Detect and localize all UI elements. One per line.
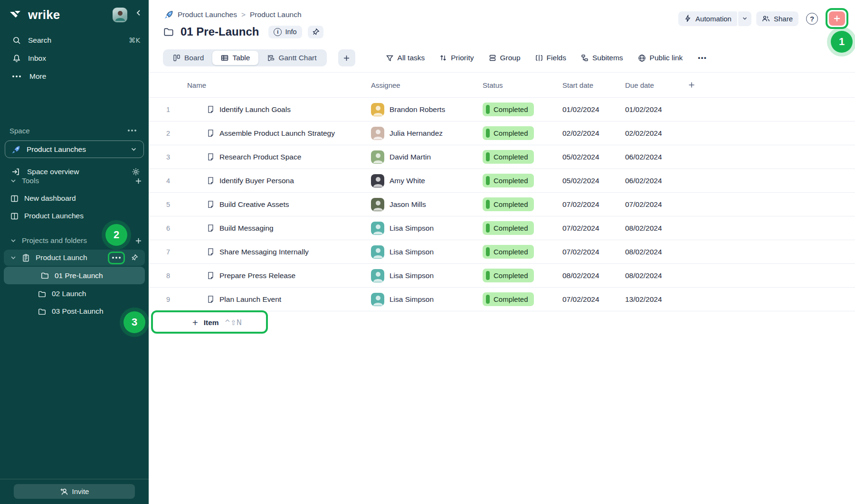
- status-badge[interactable]: Completed: [483, 126, 534, 140]
- due-date[interactable]: 06/02/2024: [625, 177, 688, 185]
- task-name[interactable]: Prepare Press Release: [219, 271, 295, 280]
- tab-gantt-chart[interactable]: Gantt Chart: [258, 51, 325, 65]
- table-row[interactable]: 6 Build Messaging Lisa Simpson Completed…: [149, 216, 855, 240]
- info-button[interactable]: i Info: [268, 26, 302, 38]
- due-date[interactable]: 08/02/2024: [625, 248, 688, 256]
- breadcrumb-space[interactable]: Product Launches: [178, 10, 237, 19]
- status-badge[interactable]: Completed: [483, 269, 534, 282]
- sidebar-item-folder-02[interactable]: 02 Launch: [0, 285, 149, 302]
- sidebar-item-product-launch-project[interactable]: Product Launch: [4, 250, 145, 266]
- due-date[interactable]: 08/02/2024: [625, 224, 688, 233]
- sort-priority-button[interactable]: Priority: [439, 54, 474, 62]
- automation-dropdown-button[interactable]: [738, 11, 751, 26]
- tab-table[interactable]: Table: [212, 51, 258, 65]
- plus-icon[interactable]: [135, 177, 142, 185]
- help-button[interactable]: ?: [806, 13, 818, 25]
- pin-icon[interactable]: [131, 254, 138, 261]
- wrike-logo[interactable]: wrike: [10, 8, 60, 22]
- due-date[interactable]: 08/02/2024: [625, 271, 688, 280]
- task-name[interactable]: Build Creative Assets: [219, 200, 289, 209]
- assignee-name[interactable]: Lisa Simpson: [390, 224, 434, 233]
- sidebar-item-inbox[interactable]: Inbox: [0, 49, 149, 67]
- group-button[interactable]: Group: [489, 54, 521, 62]
- column-header-status[interactable]: Status: [483, 81, 562, 89]
- assignee-name[interactable]: Amy White: [390, 177, 425, 185]
- tab-board[interactable]: Board: [164, 51, 212, 65]
- status-badge[interactable]: Completed: [483, 174, 534, 187]
- assignee-name[interactable]: Julia Hernandez: [390, 129, 443, 138]
- task-name[interactable]: Identify Launch Goals: [219, 105, 291, 114]
- due-date[interactable]: 07/02/2024: [625, 200, 688, 209]
- add-item-row[interactable]: + Item ^⇧N: [149, 311, 855, 334]
- toolbar-more-button[interactable]: ⋯: [697, 53, 706, 64]
- sidebar-item-product-launches-tool[interactable]: Product Launches: [0, 207, 149, 224]
- assignee-name[interactable]: Lisa Simpson: [390, 295, 434, 304]
- table-row[interactable]: 1 Identify Launch Goals Brandon Roberts …: [149, 98, 855, 121]
- automation-button[interactable]: Automation: [678, 11, 737, 26]
- task-name[interactable]: Plan Launch Event: [219, 295, 281, 304]
- public-link-button[interactable]: Public link: [638, 54, 683, 62]
- project-more-options-button[interactable]: [108, 252, 125, 264]
- share-button[interactable]: Share: [756, 11, 798, 26]
- status-badge[interactable]: Completed: [483, 197, 534, 211]
- task-name[interactable]: Research Product Space: [219, 153, 301, 161]
- sidebar-item-new-dashboard[interactable]: New dashboard: [0, 190, 149, 207]
- status-badge[interactable]: Completed: [483, 150, 534, 164]
- add-task-button[interactable]: [829, 11, 845, 26]
- start-date[interactable]: 08/02/2024: [562, 271, 625, 280]
- task-name[interactable]: Assemble Product Launch Strategy: [219, 129, 335, 138]
- table-row[interactable]: 7 Share Messaging Internally Lisa Simpso…: [149, 240, 855, 264]
- assignee-name[interactable]: Lisa Simpson: [390, 271, 434, 280]
- due-date[interactable]: 01/02/2024: [625, 105, 688, 114]
- pin-button[interactable]: [308, 26, 323, 38]
- assignee-name[interactable]: David Martin: [390, 153, 431, 161]
- due-date[interactable]: 02/02/2024: [625, 129, 688, 138]
- task-name[interactable]: Build Messaging: [219, 224, 274, 233]
- assignee-name[interactable]: Jason Mills: [390, 200, 426, 209]
- column-header-start-date[interactable]: Start date: [562, 81, 625, 89]
- table-row[interactable]: 8 Prepare Press Release Lisa Simpson Com…: [149, 264, 855, 288]
- due-date[interactable]: 13/02/2024: [625, 295, 688, 304]
- add-view-button[interactable]: [338, 49, 355, 66]
- sidebar-item-folder-01[interactable]: 01 Pre-Launch: [4, 267, 145, 284]
- column-header-name[interactable]: Name: [180, 81, 371, 89]
- space-selector[interactable]: Product Launches: [5, 140, 144, 158]
- filter-all-tasks-button[interactable]: All tasks: [386, 54, 425, 62]
- column-header-due-date[interactable]: Due date: [625, 81, 688, 89]
- assignee-name[interactable]: Brandon Roberts: [390, 105, 445, 114]
- breadcrumb-project[interactable]: Product Launch: [250, 10, 302, 19]
- status-badge[interactable]: Completed: [483, 292, 534, 306]
- column-header-assignee[interactable]: Assignee: [371, 81, 483, 89]
- due-date[interactable]: 06/02/2024: [625, 153, 688, 161]
- plus-icon[interactable]: [135, 237, 142, 244]
- status-badge[interactable]: Completed: [483, 221, 534, 235]
- task-name[interactable]: Share Messaging Internally: [219, 248, 309, 256]
- add-column-button[interactable]: [688, 81, 698, 89]
- table-row[interactable]: 5 Build Creative Assets Jason Mills Comp…: [149, 193, 855, 216]
- subitems-button[interactable]: Subitems: [581, 54, 623, 62]
- user-avatar[interactable]: [113, 8, 127, 22]
- start-date[interactable]: 07/02/2024: [562, 295, 625, 304]
- start-date[interactable]: 05/02/2024: [562, 153, 625, 161]
- table-row[interactable]: 3 Research Product Space David Martin Co…: [149, 145, 855, 169]
- tools-header[interactable]: Tools: [0, 172, 149, 189]
- start-date[interactable]: 07/02/2024: [562, 200, 625, 209]
- table-row[interactable]: 9 Plan Launch Event Lisa Simpson Complet…: [149, 288, 855, 311]
- table-row[interactable]: 4 Identify Buyer Persona Amy White Compl…: [149, 169, 855, 193]
- task-name[interactable]: Identify Buyer Persona: [219, 177, 294, 185]
- start-date[interactable]: 05/02/2024: [562, 177, 625, 185]
- space-menu-icon[interactable]: [128, 130, 136, 131]
- sidebar-item-more[interactable]: More: [0, 67, 149, 85]
- start-date[interactable]: 01/02/2024: [562, 105, 625, 114]
- sidebar-item-search[interactable]: Search ⌘K: [0, 31, 149, 49]
- start-date[interactable]: 07/02/2024: [562, 248, 625, 256]
- status-badge[interactable]: Completed: [483, 103, 534, 116]
- assignee-name[interactable]: Lisa Simpson: [390, 248, 434, 256]
- status-badge[interactable]: Completed: [483, 245, 534, 259]
- invite-button[interactable]: Invite: [14, 484, 135, 499]
- start-date[interactable]: 02/02/2024: [562, 129, 625, 138]
- fields-button[interactable]: Fields: [535, 54, 566, 62]
- start-date[interactable]: 07/02/2024: [562, 224, 625, 233]
- collapse-sidebar-icon[interactable]: [135, 9, 142, 18]
- table-row[interactable]: 2 Assemble Product Launch Strategy Julia…: [149, 121, 855, 145]
